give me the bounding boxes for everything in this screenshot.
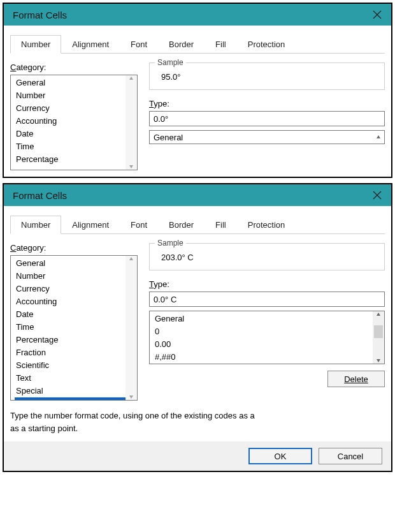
- chevron-down-icon[interactable]: [128, 163, 134, 170]
- scrollbar[interactable]: [126, 256, 137, 400]
- list-item[interactable]: Percentage: [15, 153, 126, 166]
- list-item[interactable]: 0: [154, 325, 373, 338]
- scrollbar[interactable]: [373, 311, 384, 364]
- window-title: Format Cells: [13, 190, 67, 201]
- list-item[interactable]: 0.00: [154, 338, 373, 351]
- list-item[interactable]: General: [15, 257, 126, 270]
- sample-group: Sample 203.0° C: [149, 243, 385, 270]
- format-code-listbox[interactable]: General 0 0.00 #,##0: [149, 311, 385, 364]
- format-cells-dialog-1: Format Cells Number Alignment Font Borde…: [3, 3, 392, 178]
- help-text: Type the number format code, using one o…: [10, 410, 385, 435]
- list-item[interactable]: Accounting: [15, 115, 126, 128]
- tab-number[interactable]: Number: [10, 35, 61, 54]
- scroll-thumb[interactable]: [374, 325, 383, 338]
- type-input[interactable]: 0.0° C: [149, 292, 385, 307]
- tab-alignment[interactable]: Alignment: [61, 216, 120, 234]
- tab-font[interactable]: Font: [120, 35, 158, 54]
- svg-marker-7: [129, 257, 133, 260]
- svg-marker-8: [129, 395, 133, 399]
- list-item[interactable]: Accounting: [15, 295, 126, 308]
- list-item[interactable]: Scientific: [15, 359, 126, 372]
- titlebar: Format Cells: [4, 184, 391, 206]
- sample-label: Sample: [155, 239, 186, 248]
- svg-marker-9: [377, 313, 380, 316]
- type-input[interactable]: 0.0°: [149, 111, 385, 126]
- tab-border[interactable]: Border: [158, 216, 205, 234]
- list-item[interactable]: Number: [15, 89, 126, 102]
- tab-fill[interactable]: Fill: [205, 35, 237, 54]
- list-item[interactable]: Text: [15, 372, 126, 385]
- titlebar: Format Cells: [4, 4, 391, 26]
- category-label: Category:: [10, 243, 138, 253]
- chevron-down-icon[interactable]: [375, 357, 382, 364]
- dialog-footer: OK Cancel: [4, 441, 391, 471]
- list-item[interactable]: Number: [15, 270, 126, 283]
- list-item[interactable]: Special: [15, 385, 126, 397]
- list-item[interactable]: General: [154, 313, 373, 325]
- close-icon[interactable]: [372, 190, 382, 200]
- list-item[interactable]: Time: [15, 140, 126, 153]
- list-item[interactable]: Custom: [15, 397, 126, 401]
- svg-marker-2: [129, 77, 133, 80]
- cancel-button[interactable]: Cancel: [319, 448, 382, 464]
- list-item[interactable]: #,##0: [154, 351, 373, 364]
- list-item[interactable]: General: [15, 77, 126, 89]
- type-label: Type:: [149, 279, 385, 289]
- list-item[interactable]: Date: [15, 308, 126, 321]
- format-cells-dialog-2: Format Cells Number Alignment Font Borde…: [3, 183, 392, 472]
- tab-protection[interactable]: Protection: [237, 216, 296, 234]
- tab-font[interactable]: Font: [120, 216, 158, 234]
- list-item[interactable]: Percentage: [15, 334, 126, 346]
- svg-marker-4: [377, 135, 380, 138]
- delete-button[interactable]: Delete: [327, 371, 385, 387]
- format-select[interactable]: General: [149, 130, 385, 144]
- category-listbox[interactable]: General Number Currency Accounting Date …: [10, 75, 138, 170]
- sample-value: 203.0° C: [156, 253, 378, 262]
- list-item[interactable]: Currency: [15, 283, 126, 295]
- tab-protection[interactable]: Protection: [237, 35, 296, 54]
- tab-fill[interactable]: Fill: [205, 216, 237, 234]
- window-title: Format Cells: [13, 10, 67, 20]
- chevron-up-icon[interactable]: [128, 75, 134, 82]
- ok-button[interactable]: OK: [248, 448, 312, 464]
- tab-alignment[interactable]: Alignment: [61, 35, 120, 54]
- tab-number[interactable]: Number: [10, 216, 61, 234]
- tab-row: Number Alignment Font Border Fill Protec…: [10, 34, 385, 54]
- tab-border[interactable]: Border: [158, 35, 205, 54]
- select-value: General: [154, 133, 183, 142]
- svg-marker-3: [129, 165, 133, 168]
- category-label: Category:: [10, 63, 138, 72]
- chevron-down-icon[interactable]: [128, 394, 134, 400]
- category-listbox[interactable]: General Number Currency Accounting Date …: [10, 255, 138, 401]
- sample-label: Sample: [155, 58, 186, 67]
- chevron-up-icon: [375, 134, 382, 140]
- scrollbar[interactable]: [126, 75, 137, 170]
- chevron-up-icon[interactable]: [375, 311, 382, 318]
- list-item[interactable]: Time: [15, 321, 126, 334]
- chevron-up-icon[interactable]: [128, 256, 134, 262]
- list-item[interactable]: Date: [15, 128, 126, 140]
- list-item[interactable]: Currency: [15, 102, 126, 115]
- list-item[interactable]: Fraction: [15, 346, 126, 359]
- type-label: Type:: [149, 99, 385, 108]
- tab-row: Number Alignment Font Border Fill Protec…: [10, 215, 385, 234]
- svg-marker-10: [377, 359, 380, 362]
- close-icon[interactable]: [372, 10, 382, 20]
- sample-group: Sample 95.0°: [149, 63, 385, 90]
- sample-value: 95.0°: [156, 72, 378, 82]
